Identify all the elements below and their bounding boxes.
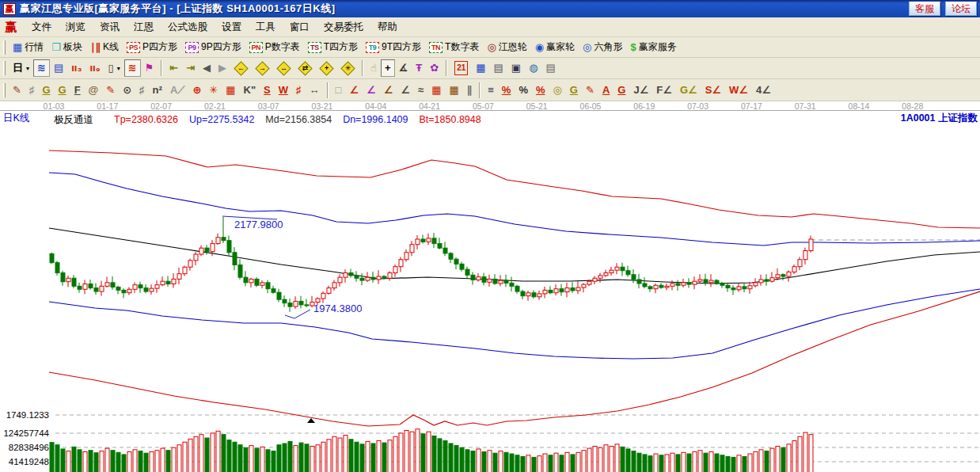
win-angle-button[interactable]: W∠ (725, 82, 752, 99)
parallel-lines-button[interactable]: ∥ (463, 82, 477, 99)
gann-clock-button[interactable]: ⊙ (119, 82, 135, 99)
f-grid-button[interactable]: F (70, 82, 85, 99)
print-button[interactable]: ▤ (541, 59, 559, 77)
winner-wheel-button[interactable]: ◉赢家轮 (531, 39, 579, 56)
hexagon-button[interactable]: ◎六角形 (579, 39, 626, 56)
diamond-swap-button[interactable]: ⇄ (294, 59, 316, 77)
box-tool-button[interactable]: □ (332, 82, 346, 99)
fan-1-button[interactable]: ∠ (345, 82, 363, 99)
diamond-right-button[interactable]: → (252, 59, 273, 77)
forum-button[interactable]: 论坛 (945, 2, 977, 16)
volume-profile-button[interactable]: ≡ (484, 82, 498, 99)
fan-2-button[interactable]: ∠ (363, 82, 380, 99)
menu-item-8[interactable]: 交易委托 (317, 18, 370, 36)
menu-item-4[interactable]: 公式选股 (161, 18, 215, 36)
f-angle-button[interactable]: F∠ (652, 82, 676, 99)
k-note-button[interactable]: K" (240, 82, 260, 99)
menu-item-6[interactable]: 工具 (249, 18, 283, 36)
diamond-left-button[interactable]: ← (230, 59, 252, 77)
pattern-red-toggle-button[interactable]: ≋ (124, 59, 141, 77)
diamond-star-button[interactable]: ✳ (337, 59, 359, 77)
p-square-button[interactable]: PSP四方形 (123, 39, 181, 56)
angle-lines-button[interactable]: ∠ (397, 82, 414, 99)
grid-arrow-button[interactable]: ▦ (445, 82, 462, 99)
toolbar-grip[interactable] (3, 40, 6, 55)
calendar-button[interactable]: 21 (450, 59, 472, 77)
sectors-button[interactable]: ❒板块 (47, 39, 86, 56)
wave-tool-button[interactable]: ≈ (414, 82, 427, 99)
fan-3-button[interactable]: ∠ (380, 82, 397, 99)
menu-item-1[interactable]: 浏览 (59, 18, 93, 36)
bars-9-button[interactable]: ıı₉ (85, 59, 104, 77)
menu-item-0[interactable]: 文件 (25, 18, 59, 36)
hand-tool-button[interactable]: ☝ (367, 59, 381, 77)
number-grid-button[interactable]: ♯ (292, 82, 306, 99)
menu-item-3[interactable]: 江恩 (127, 18, 161, 36)
four-angle-button[interactable]: 4∠ (752, 82, 775, 99)
t-number-table-button[interactable]: TNT数字表 (425, 39, 483, 56)
win-grid-button[interactable]: W (275, 82, 292, 99)
toolbar-grip[interactable] (3, 61, 6, 75)
percent-tool-button[interactable]: % (515, 82, 532, 99)
double-line-button[interactable]: A (598, 82, 613, 99)
web-grid-button[interactable]: ▦ (222, 82, 239, 99)
gold-red-line-button[interactable]: G (613, 82, 629, 99)
percent-line-2-button[interactable]: % (532, 82, 549, 99)
gann-wheel-button[interactable]: ◎江恩轮 (483, 39, 530, 56)
shen-grid-button[interactable]: S (260, 82, 275, 99)
9p-square-button[interactable]: P99P四方形 (181, 39, 245, 56)
toolbar-grip[interactable] (3, 83, 6, 97)
web-report-button[interactable]: ◍ (525, 59, 541, 77)
angle-a-button[interactable]: A⟋ (166, 82, 189, 99)
n2-grid-button[interactable]: n² (149, 82, 166, 99)
angle-tool-button[interactable]: ∡ (395, 59, 412, 77)
kline-button[interactable]: ∣∥K线 (86, 39, 123, 56)
gann-t-tool-button[interactable]: Ŧ (412, 59, 426, 77)
menu-item-9[interactable]: 帮助 (370, 18, 405, 36)
winner-service-button[interactable]: $赢家服务 (626, 39, 680, 56)
grid-tool-button[interactable]: ♯ (25, 82, 39, 99)
menu-item-2[interactable]: 资讯 (93, 18, 127, 36)
pattern-blue-toggle-button[interactable]: ≋ (33, 59, 50, 77)
period-day-dropdown-button[interactable]: 日▾ (9, 59, 33, 77)
menu-item-5[interactable]: 设置 (215, 18, 249, 36)
gold-circle-button[interactable]: ◎ (549, 82, 566, 99)
shen-angle-button[interactable]: S∠ (701, 82, 725, 99)
menu-item-7[interactable]: 窗口 (283, 18, 317, 36)
flag-chart-button[interactable]: ⚑ (141, 59, 158, 77)
save-button[interactable]: ▣ (507, 59, 525, 77)
width-measure-button[interactable]: ↔ (306, 82, 324, 99)
bars-3-button[interactable]: ıı₃ (67, 59, 85, 77)
line-grid-button[interactable]: ♯ (135, 82, 149, 99)
spiral-grid-button[interactable]: @ (85, 82, 103, 99)
p-number-table-button[interactable]: PNP数字表 (245, 39, 304, 56)
gold-grid-1-button[interactable]: G (38, 82, 54, 99)
grid-red-button[interactable]: ▦ (427, 82, 445, 99)
red-pen-button[interactable]: ✎ (102, 82, 119, 99)
nav-prev-button[interactable]: ◀ (199, 59, 215, 77)
candle-style-dropdown-button[interactable]: ▯▾ (104, 59, 124, 77)
percent-line-1-button[interactable]: % (498, 82, 515, 99)
text-brush-button[interactable]: ✎ (582, 82, 598, 99)
gold-level-button[interactable]: G (566, 82, 582, 99)
nav-next-button[interactable]: ▶ (215, 59, 230, 77)
t-square-button[interactable]: TST四方形 (304, 39, 362, 56)
diamond-cross-button[interactable]: + (316, 59, 337, 77)
notepad-button[interactable]: ▤ (490, 59, 507, 77)
diamond-both-button[interactable]: ↔ (273, 59, 294, 77)
draw-pen-button[interactable]: ✎ (9, 82, 25, 99)
market-quotes-button[interactable]: ▦行情 (9, 39, 47, 56)
nav-first-button[interactable]: ⇤ (165, 59, 182, 77)
j-angle-button[interactable]: J∠ (629, 82, 652, 99)
calculator-button[interactable]: ▦ (472, 59, 489, 77)
9t-square-button[interactable]: T99T四方形 (362, 39, 425, 56)
pattern-tool-button[interactable]: ✿ (426, 59, 443, 77)
nav-last-button[interactable]: ⇥ (182, 59, 199, 77)
circle-cross-button[interactable]: ⊕ (188, 82, 205, 99)
customer-service-button[interactable]: 客服 (909, 2, 940, 16)
crosshair-tool-button[interactable]: + (381, 59, 395, 77)
gold-angle-button[interactable]: G∠ (676, 82, 701, 99)
gold-grid-2-button[interactable]: G (55, 82, 70, 99)
info-note-button[interactable]: ▤ (50, 59, 67, 77)
star-web-button[interactable]: ✳ (205, 82, 222, 99)
